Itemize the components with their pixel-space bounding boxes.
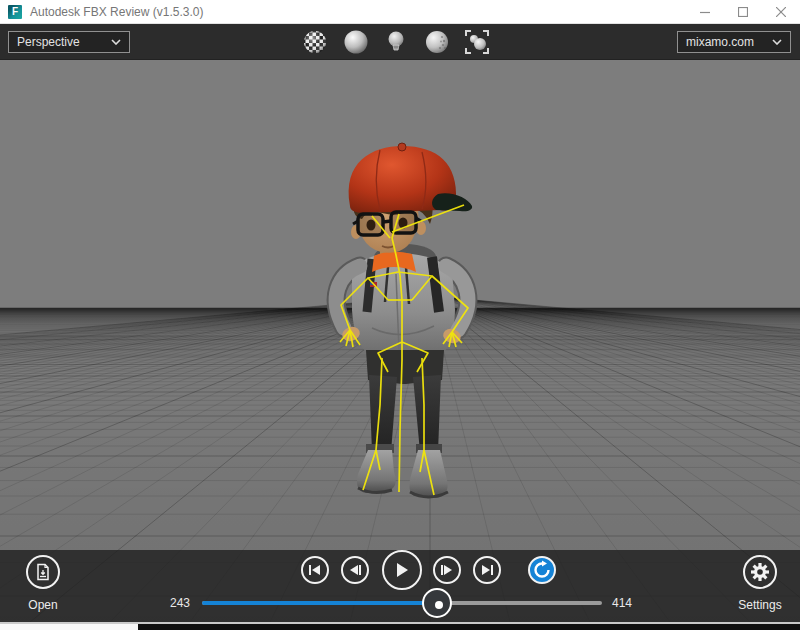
shaded-mode-button[interactable]	[341, 27, 371, 57]
timeline-track[interactable]	[202, 601, 602, 605]
loop-icon	[531, 559, 553, 581]
settings-label: Settings	[730, 598, 790, 612]
skip-to-end-icon	[480, 564, 494, 576]
lighting-mode-button[interactable]	[381, 27, 411, 57]
fbx-review-window: F Autodesk FBX Review (v1.5.3.0) Perspec…	[0, 0, 800, 630]
close-button[interactable]	[762, 0, 800, 23]
open-label: Open	[18, 598, 68, 612]
checker-sphere-icon	[302, 29, 328, 55]
step-forward-icon	[440, 564, 454, 576]
taskbar-strip	[138, 624, 800, 630]
textured-mode-button[interactable]	[300, 27, 330, 57]
camera-view-dropdown[interactable]: Perspective	[8, 31, 130, 53]
minimize-button[interactable]	[686, 0, 724, 23]
scene-canvas	[0, 60, 800, 622]
current-frame-label: 243	[150, 596, 190, 610]
skip-to-start-button[interactable]	[301, 556, 329, 584]
titlebar: F Autodesk FBX Review (v1.5.3.0)	[0, 0, 800, 24]
app-logo-icon: F	[8, 5, 22, 19]
chevron-down-icon	[111, 39, 121, 45]
loop-toggle-button[interactable]	[528, 556, 556, 584]
minimize-icon	[700, 7, 710, 17]
settings-button[interactable]	[743, 555, 777, 589]
window-controls	[686, 0, 800, 23]
3d-viewport[interactable]: Open	[0, 60, 800, 622]
handle-dot-icon	[435, 601, 443, 609]
play-button[interactable]	[382, 550, 422, 590]
step-backward-icon	[348, 564, 362, 576]
maximize-icon	[738, 7, 748, 17]
frame-selection-button[interactable]	[462, 27, 492, 57]
open-file-icon	[34, 563, 52, 581]
textured-sphere-icon	[424, 29, 450, 55]
gear-icon	[750, 562, 770, 582]
maximize-button[interactable]	[724, 0, 762, 23]
timeline-handle[interactable]	[422, 588, 452, 618]
viewport-toolbar: Perspective	[0, 24, 800, 60]
display-mode-buttons	[300, 26, 492, 58]
background-window-strip	[0, 624, 138, 630]
step-backward-button[interactable]	[341, 556, 369, 584]
window-title: Autodesk FBX Review (v1.5.3.0)	[30, 5, 203, 19]
source-dropdown[interactable]: mixamo.com	[677, 31, 791, 53]
end-frame-label: 414	[612, 596, 652, 610]
skip-to-start-icon	[308, 564, 322, 576]
step-forward-button[interactable]	[433, 556, 461, 584]
close-icon	[776, 7, 786, 17]
frame-spheres-icon	[464, 29, 490, 55]
skip-to-end-button[interactable]	[473, 556, 501, 584]
camera-view-value: Perspective	[17, 35, 111, 49]
playback-bar: Open	[0, 550, 800, 622]
timeline-progress	[202, 601, 437, 605]
matcap-mode-button[interactable]	[422, 27, 452, 57]
source-value: mixamo.com	[686, 35, 772, 49]
shaded-sphere-icon	[343, 29, 369, 55]
chevron-down-icon	[772, 39, 782, 45]
open-button[interactable]	[26, 555, 60, 589]
light-bulb-icon	[383, 29, 409, 55]
play-icon	[394, 562, 410, 578]
